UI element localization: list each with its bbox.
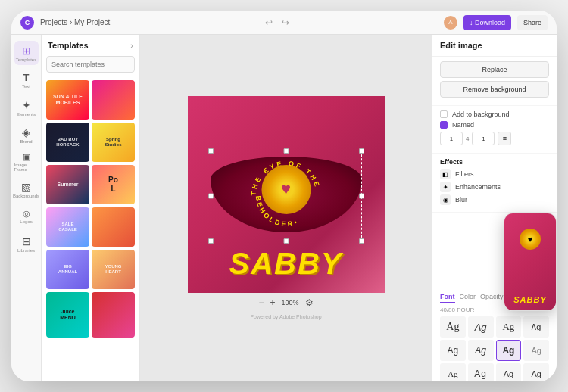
tab-font[interactable]: Font [440, 293, 455, 303]
zoom-out-button[interactable]: − [258, 297, 264, 308]
sidebar-item-elements[interactable]: ✦ Elements [14, 95, 39, 120]
template-thumb-2[interactable] [92, 80, 135, 120]
filters-label: Filters [455, 170, 474, 178]
template-thumb-3[interactable]: BAD BOYHORSACK [46, 123, 89, 162]
enhancements-label: Enhancements [455, 183, 501, 191]
main-content: ⊞ Templates T Text ✦ Elements ◈ Brand ▣ … [11, 35, 557, 381]
font-sample-4[interactable]: Ag [523, 316, 549, 338]
replace-button[interactable]: Replace [440, 61, 549, 78]
right-panel-inner: Edit image Replace Remove background Add… [432, 35, 557, 381]
template-thumb-11[interactable]: JuiceMENU [46, 292, 89, 338]
tab-opacity[interactable]: Opacity [480, 293, 504, 303]
template-row: SUN & TILEMOBILES [46, 80, 135, 120]
top-bar: C Projects › My Project ↩ ↪ A ↓ Download… [11, 11, 557, 35]
brand-icon: ◈ [22, 126, 30, 138]
redo-button[interactable]: ↪ [279, 17, 292, 29]
sidebar-label-text: Text [22, 84, 30, 89]
template-text: BAD BOYHORSACK [46, 123, 89, 162]
share-button[interactable]: Share [517, 15, 548, 30]
add-bg-checkbox[interactable] [440, 110, 448, 118]
font-sample-9[interactable]: Ag [440, 363, 466, 381]
template-text: YOUNGHEART [92, 250, 135, 289]
font-sample-1[interactable]: Ag [440, 316, 466, 338]
sidebar-item-brand[interactable]: ◈ Brand [14, 123, 39, 147]
handle-tc[interactable] [283, 148, 289, 154]
named-checkbox[interactable] [440, 121, 448, 129]
canvas-bottom-bar: − + 100% ⚙ [254, 293, 317, 313]
handle-br[interactable] [359, 238, 364, 244]
template-text: SpringStudios [92, 123, 135, 162]
template-text: SALECASALE [46, 207, 89, 247]
sidebar-item-libraries[interactable]: ⊟ Libraries [14, 232, 39, 256]
enhancements-row[interactable]: ✦ Enhancements [440, 182, 549, 192]
search-input[interactable] [46, 56, 135, 73]
template-row: SALECASALE [46, 207, 135, 247]
font-sample-6[interactable]: Ag [468, 340, 494, 361]
template-thumb-8[interactable] [92, 207, 135, 247]
canvas-container: ♥ THE EYE OF THE BEHOLDER• [188, 96, 385, 293]
template-thumb-10[interactable]: YOUNGHEART [92, 250, 135, 289]
font-sample-7[interactable]: Ag [496, 340, 522, 361]
phone-preview-area: ♥ SABBY [432, 213, 557, 288]
template-thumb-7[interactable]: SALECASALE [46, 207, 89, 247]
align-icon-btn[interactable]: ≡ [498, 132, 511, 145]
add-bg-label: Add to background [452, 110, 510, 118]
settings-icon[interactable]: ⚙ [305, 297, 314, 308]
template-thumb-9[interactable]: BIGANNUAL [46, 250, 89, 289]
num-input-2[interactable] [472, 132, 495, 145]
template-text [92, 207, 135, 247]
remove-bg-button[interactable]: Remove background [440, 81, 549, 98]
sidebar-item-text[interactable]: T Text [14, 68, 39, 92]
blur-row[interactable]: ◉ Blur [440, 194, 549, 205]
undo-button[interactable]: ↩ [263, 17, 275, 29]
template-thumb-12[interactable] [92, 292, 135, 338]
handle-ml[interactable] [208, 193, 214, 198]
sidebar-item-templates[interactable]: ⊞ Templates [14, 41, 39, 65]
elements-icon: ✦ [22, 99, 31, 111]
template-thumb-1[interactable]: SUN & TILEMOBILES [46, 80, 89, 120]
handle-bc[interactable] [283, 238, 289, 244]
font-sample-10[interactable]: Ag [468, 363, 494, 381]
panel-header: Templates › [42, 35, 139, 56]
replace-section: Replace Remove background [432, 57, 557, 106]
breadcrumb: Projects › My Project [40, 18, 110, 26]
main-text[interactable]: SABBY [229, 247, 342, 281]
sidebar-item-backgrounds[interactable]: ▧ Backgrounds [14, 177, 39, 201]
text-icon: T [23, 72, 30, 83]
font-grid: Ag Ag Ag Ag Ag Ag Ag Ag Ag Ag Ag Ag [440, 316, 549, 381]
font-sample-12[interactable]: Ag [523, 363, 549, 381]
zoom-in-button[interactable]: + [270, 297, 275, 308]
template-thumb-5[interactable]: Summer [46, 165, 89, 204]
handle-mr[interactable] [359, 193, 364, 198]
panel-close-icon[interactable]: › [130, 41, 133, 50]
template-text [92, 80, 135, 120]
tab-color[interactable]: Color [460, 293, 476, 303]
download-button[interactable]: ↓ Download [463, 15, 511, 30]
enhancements-icon: ✦ [440, 182, 451, 192]
template-row: BAD BOYHORSACK SpringStudios [46, 123, 135, 162]
sidebar-item-logos[interactable]: ◎ Logos [14, 204, 39, 229]
canvas-area: ♥ THE EYE OF THE BEHOLDER• [140, 35, 432, 381]
handle-tl[interactable] [208, 148, 214, 154]
handle-bl[interactable] [208, 238, 214, 244]
sidebar-item-label: Templates [16, 58, 36, 62]
num-input-1[interactable] [440, 132, 463, 145]
font-sample-2[interactable]: Ag [468, 316, 494, 338]
filters-row[interactable]: ◧ Filters [440, 169, 549, 179]
template-thumb-4[interactable]: SpringStudios [92, 123, 135, 162]
edit-image-header: Edit image [432, 35, 557, 57]
phone-sabby-text: SABBY [513, 295, 547, 304]
top-bar-center: ↩ ↪ [116, 17, 438, 29]
font-sample-8[interactable]: Ag [523, 340, 549, 361]
templates-grid: SUN & TILEMOBILES BAD BOYHORSACK SpringS… [42, 77, 139, 381]
font-sample-5[interactable]: Ag [440, 340, 466, 361]
sidebar-item-image[interactable]: ▣ Image Frame [14, 150, 39, 174]
template-text: SUN & TILEMOBILES [46, 80, 89, 120]
add-bg-section: Add to background Named 4 ≡ [432, 106, 557, 154]
template-thumb-6[interactable]: PoL [92, 165, 135, 204]
handle-tr[interactable] [359, 148, 364, 154]
panel-title: Templates [48, 41, 89, 50]
image-icon: ▣ [23, 152, 30, 162]
font-sample-3[interactable]: Ag [496, 316, 522, 338]
font-sample-11[interactable]: Ag [496, 363, 522, 381]
